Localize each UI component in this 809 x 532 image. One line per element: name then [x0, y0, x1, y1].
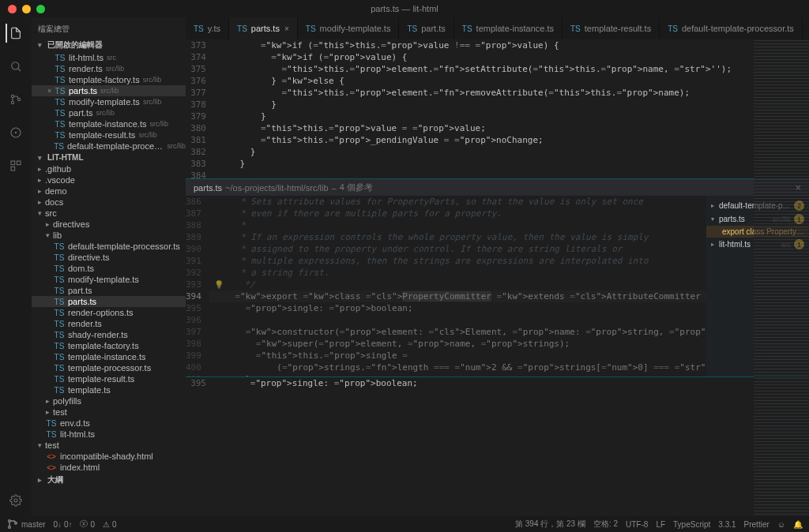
window-title: parts.ts — lit-html — [371, 4, 438, 13]
peek-file-path: ~/os-projects/lit-html/src/lib — [225, 183, 329, 193]
cursor-position[interactable]: 第 394 行，第 23 欄 — [515, 519, 585, 530]
prettier-status[interactable]: Prettier — [744, 520, 769, 529]
file-item[interactable]: <>index.html — [32, 462, 186, 473]
titlebar: parts.ts — lit-html — [0, 0, 809, 17]
folder-.vscode[interactable]: ▸.vscode — [32, 174, 186, 185]
activity-bar — [0, 17, 32, 516]
file-item[interactable]: TSmodify-template.ts — [32, 274, 186, 285]
open-editor-item[interactable]: TSrender.tssrc/lib — [32, 63, 186, 74]
file-env.d.ts[interactable]: TSenv.d.ts — [32, 418, 186, 429]
folder-directives[interactable]: ▸directives — [32, 219, 186, 230]
open-editors-section[interactable]: ▾已開啟的編輯器 — [32, 38, 186, 52]
folder-.github[interactable]: ▸.github — [32, 163, 186, 174]
file-item[interactable]: TStemplate-factory.ts — [32, 340, 186, 351]
editor-tab[interactable]: TSmodify-template.ts — [298, 17, 400, 39]
minimize-window-button[interactable] — [22, 5, 31, 13]
git-branch[interactable]: master — [6, 518, 46, 530]
source-control-icon[interactable] — [6, 90, 25, 109]
file-item[interactable]: TStemplate-instance.ts — [32, 351, 186, 362]
sidebar-header: 檔案總管 — [32, 21, 186, 38]
folder-polyfills[interactable]: ▸polyfills — [32, 395, 186, 406]
file-item[interactable]: <>incompatible-shady.html — [32, 451, 186, 462]
git-sync[interactable]: 0↓ 0↑ — [54, 520, 73, 529]
file-item[interactable]: TSparts.ts — [32, 296, 186, 307]
language-mode[interactable]: TypeScript — [673, 520, 710, 529]
peek-file-name: parts.ts — [194, 183, 222, 193]
svg-point-3 — [11, 101, 13, 103]
encoding[interactable]: UTF-8 — [626, 520, 648, 529]
svg-point-4 — [17, 98, 20, 100]
svg-point-10 — [14, 499, 17, 502]
eol[interactable]: LF — [656, 520, 665, 529]
bottom-editor-slice[interactable]: 395 ="prop">single: ="prop">boolean; — [186, 377, 809, 516]
peek-refs-count: 4 個參考 — [340, 182, 373, 193]
explorer-icon[interactable] — [6, 24, 24, 43]
svg-rect-9 — [11, 167, 15, 170]
file-item[interactable]: TStemplate-processor.ts — [32, 362, 186, 373]
open-editor-item[interactable]: TSpart.tssrc/lib — [32, 107, 186, 118]
file-item[interactable]: TSrender.ts — [32, 318, 186, 329]
file-item[interactable]: TStemplate-result.ts — [32, 373, 186, 384]
search-icon[interactable] — [6, 57, 25, 76]
editor-area: TSy.tsTSparts.ts×TSmodify-template.tsTSp… — [186, 17, 809, 516]
svg-point-6 — [15, 132, 16, 133]
folder-src[interactable]: ▾src — [32, 208, 186, 219]
minimap[interactable] — [754, 39, 809, 516]
debug-icon[interactable] — [6, 123, 25, 142]
editor-tab[interactable]: TSy.ts — [186, 17, 229, 39]
outline-section[interactable]: ▸大綱 — [32, 473, 186, 487]
peek-editor[interactable]: 3863873883893903913923933943953963973983… — [186, 196, 706, 377]
open-editor-item[interactable]: TSdefault-template-processor.tssrc/lib — [32, 140, 186, 152]
status-errors[interactable]: ⓧ 0 — [80, 519, 95, 530]
project-section[interactable]: ▾LIT-HTML — [32, 152, 186, 163]
peek-header: parts.ts ~/os-projects/lit-html/src/lib … — [186, 178, 809, 196]
open-editor-item[interactable]: TSmodify-template.tssrc/lib — [32, 96, 186, 107]
open-editor-item[interactable]: ×TSparts.tssrc/lib — [32, 85, 186, 96]
traffic-lights — [0, 5, 45, 13]
file-item[interactable]: TStemplate.ts — [32, 384, 186, 395]
feedback-icon[interactable]: ☺ — [777, 520, 785, 529]
file-lit-html.ts[interactable]: TSlit-html.ts — [32, 429, 186, 440]
svg-point-12 — [9, 526, 11, 529]
ts-version[interactable]: 3.3.1 — [718, 520, 736, 529]
main-editor[interactable]: 3733743753763773783793803813823833843853… — [186, 39, 809, 178]
indentation[interactable]: 空格: 2 — [593, 519, 618, 530]
svg-rect-7 — [11, 161, 15, 165]
editor-tab[interactable]: TStemplate-instance.ts — [454, 17, 563, 39]
svg-line-1 — [18, 69, 21, 71]
svg-point-0 — [12, 62, 19, 69]
svg-point-11 — [9, 520, 11, 523]
explorer-sidebar: 檔案總管 ▾已開啟的編輯器 TSlit-html.tssrcTSrender.t… — [32, 17, 186, 516]
file-item[interactable]: TSdefault-template-processor.ts — [32, 241, 186, 252]
editor-tab[interactable]: TSpart.ts — [399, 17, 453, 39]
folder-docs[interactable]: ▸docs — [32, 197, 186, 208]
file-item[interactable]: TSshady-render.ts — [32, 329, 186, 340]
svg-point-2 — [11, 95, 13, 97]
editor-tab[interactable]: TStemplate-result.ts — [563, 17, 660, 39]
settings-icon[interactable] — [6, 491, 25, 510]
extensions-icon[interactable] — [6, 156, 25, 175]
open-editor-item[interactable]: TStemplate-result.tssrc/lib — [32, 129, 186, 140]
file-item[interactable]: TSdirective.ts — [32, 252, 186, 263]
folder-demo[interactable]: ▸demo — [32, 185, 186, 197]
zoom-window-button[interactable] — [36, 5, 45, 13]
svg-rect-8 — [17, 161, 21, 165]
editor-tabs: TSy.tsTSparts.ts×TSmodify-template.tsTSp… — [186, 17, 809, 39]
status-warnings[interactable]: ⚠ 0 — [103, 520, 117, 529]
status-bar: master 0↓ 0↑ ⓧ 0 ⚠ 0 第 394 行，第 23 欄 空格: … — [0, 516, 809, 532]
folder-lib[interactable]: ▾lib — [32, 230, 186, 241]
folder-test[interactable]: ▾test — [32, 440, 186, 451]
file-item[interactable]: TSdom.ts — [32, 263, 186, 274]
close-window-button[interactable] — [8, 5, 17, 13]
file-item[interactable]: TSpart.ts — [32, 285, 186, 296]
editor-tab[interactable]: TSdefault-template-processor.ts — [660, 17, 803, 39]
open-editor-item[interactable]: TSlit-html.tssrc — [32, 52, 186, 63]
notifications-icon[interactable]: 🔔 — [793, 520, 803, 529]
open-editor-item[interactable]: TStemplate-factory.tssrc/lib — [32, 74, 186, 85]
editor-tab[interactable]: TSparts.ts× — [229, 17, 298, 39]
file-item[interactable]: TSrender-options.ts — [32, 307, 186, 318]
open-editor-item[interactable]: TStemplate-instance.tssrc/lib — [32, 118, 186, 129]
folder-test[interactable]: ▸test — [32, 406, 186, 418]
